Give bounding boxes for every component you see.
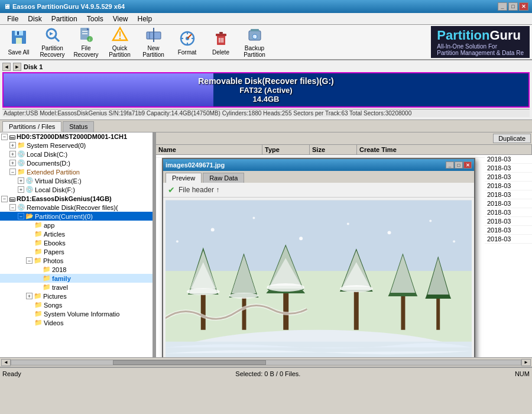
tree-item-articles[interactable]: 📁 Articles	[0, 229, 153, 238]
tree-item-travel[interactable]: 📁 travel	[0, 283, 153, 292]
svg-point-74	[347, 222, 349, 225]
backup-partition-button[interactable]: ↓ BackupPartition	[238, 26, 271, 58]
preview-close[interactable]: ✕	[463, 161, 472, 169]
backup-partition-icon: ↓	[245, 26, 264, 44]
scroll-right-button[interactable]: ►	[521, 359, 531, 366]
extended-partition-label: Extended Partition	[27, 169, 80, 176]
disk-bar-text: Removable Disk(Recover files)(G:) FAT32 …	[198, 76, 334, 104]
menu-disk[interactable]: Disk	[23, 14, 46, 24]
format-button[interactable]: Format	[171, 26, 203, 58]
tab-partitions-files[interactable]: Partitions / Files	[2, 121, 61, 132]
expand-local-c[interactable]: +	[9, 151, 16, 157]
ts-2: 2018-03	[485, 164, 532, 173]
tree-item-hd0[interactable]: − 🖴 HD0:ST2000DMST2000DM001-1CH1	[0, 132, 153, 141]
tree-item-system-volume[interactable]: 📁 System Volume Informatio	[0, 309, 153, 318]
expand-extended-partition[interactable]: −	[9, 169, 16, 175]
tree-item-removable[interactable]: − 💿 Removable Disk(Recover files)(	[0, 203, 153, 212]
file-recovery-icon: ↑	[77, 26, 96, 44]
tree-item-virtual-disks-e[interactable]: + 💿 Virtual Disks(E:)	[0, 176, 153, 185]
papers-label: Papers	[44, 248, 64, 255]
quick-partition-label: QuickPartition	[109, 45, 131, 58]
minimize-button[interactable]: _	[498, 2, 507, 11]
quick-partition-icon	[111, 26, 129, 44]
quick-partition-button[interactable]: QuickPartition	[103, 26, 136, 58]
pictures-label: Pictures	[43, 293, 67, 300]
menu-file[interactable]: File	[2, 14, 23, 24]
disk-bar-fill	[4, 73, 213, 106]
tree-item-papers[interactable]: 📁 Papers	[0, 247, 153, 256]
tab-status[interactable]: Status	[63, 121, 94, 132]
svg-point-77	[453, 240, 455, 242]
tree-item-system-reserved[interactable]: + 📁 System Reserved(0)	[0, 141, 153, 150]
menu-help[interactable]: Help	[133, 14, 157, 24]
delete-button[interactable]: Delete	[205, 26, 237, 58]
tree-item-app[interactable]: 📁 app	[0, 221, 153, 229]
menu-view[interactable]: View	[108, 14, 133, 24]
snow-scene-image	[166, 200, 472, 357]
tree-item-local-c[interactable]: + 💿 Local Disk(C:)	[0, 150, 153, 159]
file-recovery-button[interactable]: ↑ FileRecovery	[70, 26, 102, 58]
expand-system-reserved[interactable]: +	[9, 142, 16, 148]
svg-point-78	[176, 240, 179, 242]
tree-item-videos[interactable]: 📁 Videos	[0, 318, 153, 327]
new-partition-icon	[144, 26, 163, 44]
window-controls: _ □ ✕	[498, 2, 528, 11]
save-all-button[interactable]: Save All	[2, 26, 35, 58]
new-partition-button[interactable]: NewPartition	[137, 26, 170, 58]
logo-part2: Guru	[489, 28, 521, 43]
tree-item-partition-current[interactable]: − 📂 Partition(Current)(0)	[0, 212, 153, 221]
col-create-time: Create Time	[357, 145, 532, 154]
nav-right-button[interactable]: ►	[13, 63, 21, 71]
nav-left-button[interactable]: ◄	[2, 63, 11, 71]
tree-item-photos[interactable]: − 📁 Photos	[0, 256, 153, 265]
expand-hd0[interactable]: −	[1, 134, 8, 140]
horizontal-scrollbar[interactable]: ◄ ►	[0, 357, 532, 367]
close-button[interactable]: ✕	[519, 2, 528, 11]
tree-item-songs[interactable]: 📁 Songs	[0, 300, 153, 309]
tree-item-documents-d[interactable]: + 💿 Documents(D:)	[0, 159, 153, 167]
tab-preview[interactable]: Preview	[166, 173, 202, 183]
expand-removable[interactable]: −	[9, 204, 16, 211]
tree-item-2018[interactable]: 📁 2018	[0, 265, 153, 274]
local-f-icon: 💿	[25, 186, 34, 193]
pictures-icon: 📁	[34, 292, 42, 300]
preview-dialog: images0249671.jpg _ □ ✕ Preview Raw Data…	[162, 158, 475, 357]
tree-item-pictures[interactable]: + 📁 Pictures	[0, 292, 153, 300]
preview-maximize[interactable]: □	[455, 161, 463, 169]
menu-tools[interactable]: Tools	[82, 14, 108, 24]
expand-documents-d[interactable]: +	[9, 160, 16, 166]
ts-3: 2018-03	[485, 173, 532, 182]
app-label: app	[44, 222, 54, 229]
expand-photos[interactable]: −	[26, 257, 33, 264]
expand-partition-current[interactable]: −	[18, 213, 24, 219]
partition-recovery-button[interactable]: PartitionRecovery	[36, 26, 69, 58]
tree-item-rd1[interactable]: − 🖴 RD1:EassosDiskGenius(14GB)	[0, 195, 153, 203]
file-list-header: Name Type Size Create Time	[156, 145, 532, 155]
duplicate-button[interactable]: Duplicate	[493, 134, 531, 143]
maximize-button[interactable]: □	[508, 2, 518, 11]
expand-local-f[interactable]: +	[18, 186, 24, 193]
ts-6: 2018-03	[485, 199, 532, 208]
local-c-icon: 💿	[17, 150, 25, 158]
tree-item-ebooks[interactable]: 📁 Ebooks	[0, 238, 153, 247]
tab-raw-data[interactable]: Raw Data	[203, 173, 244, 183]
expand-rd1[interactable]: −	[1, 196, 8, 202]
articles-icon: 📁	[34, 230, 43, 238]
disk-bar[interactable]: Removable Disk(Recover files)(G:) FAT32 …	[2, 72, 530, 108]
disk-name-text: Removable Disk(Recover files)(G:)	[198, 76, 334, 86]
local-c-label: Local Disk(C:)	[27, 151, 67, 158]
svg-point-70	[340, 285, 373, 292]
status-num: NUM	[515, 370, 530, 377]
preview-minimize[interactable]: _	[446, 161, 454, 169]
scroll-left-button[interactable]: ◄	[1, 359, 11, 366]
expand-virtual-disks-e[interactable]: +	[18, 177, 24, 184]
scroll-track[interactable]	[11, 360, 521, 366]
tree-panel: − 🖴 HD0:ST2000DMST2000DM001-1CH1 + 📁 Sys…	[0, 132, 154, 357]
tree-item-extended-partition[interactable]: − 📁 Extended Partition	[0, 167, 153, 176]
ts-9: 2018-03	[485, 226, 532, 235]
expand-pictures[interactable]: +	[26, 293, 33, 299]
tree-item-family[interactable]: 📁 family	[0, 274, 153, 283]
tree-item-local-f[interactable]: + 💿 Local Disk(F:)	[0, 185, 153, 194]
scroll-thumb[interactable]	[113, 360, 266, 365]
menu-partition[interactable]: Partition	[47, 14, 82, 24]
